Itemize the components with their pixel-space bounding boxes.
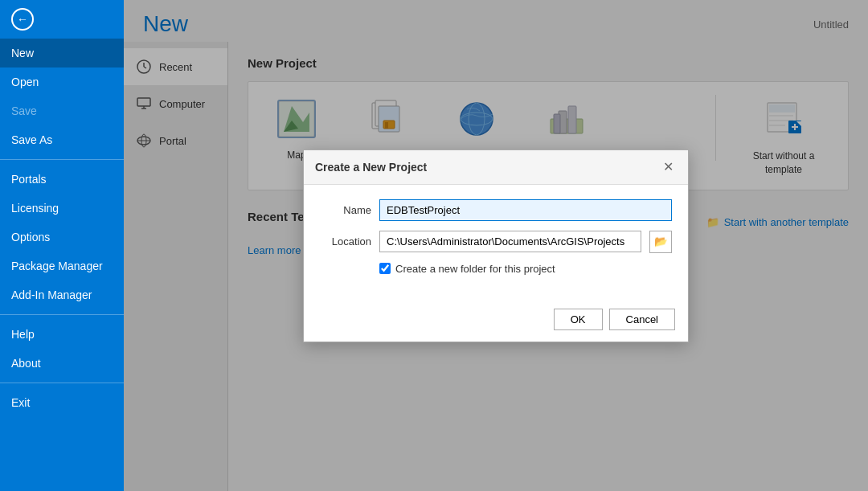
dialog-location-row: Location 📂 — [320, 231, 672, 253]
dialog-location-input[interactable] — [379, 231, 641, 252]
sidebar-item-licensing[interactable]: Licensing — [0, 194, 124, 223]
dialog-body: Name Location 📂 Create a new folder for … — [304, 185, 688, 302]
sidebar-item-add-in-manager[interactable]: Add-In Manager — [0, 280, 124, 309]
create-project-dialog: Create a New Project ✕ Name Location 📂 — [303, 149, 689, 342]
sidebar-item-package-manager[interactable]: Package Manager — [0, 252, 124, 280]
create-folder-checkbox[interactable] — [379, 263, 391, 274]
dialog-overlay: Create a New Project ✕ Name Location 📂 — [124, 0, 868, 491]
dialog-title: Create a New Project — [315, 161, 427, 174]
sidebar-item-about[interactable]: About — [0, 349, 124, 378]
main-content: New Untitled Recent — [124, 0, 868, 491]
sidebar-item-options[interactable]: Options — [0, 223, 124, 252]
dialog-close-button[interactable]: ✕ — [659, 158, 677, 176]
back-button[interactable]: ← — [0, 0, 124, 39]
sidebar-item-portals[interactable]: Portals — [0, 165, 124, 194]
sidebar-item-save-as[interactable]: Save As — [0, 125, 124, 154]
browse-folder-icon: 📂 — [654, 235, 668, 248]
sidebar-item-open[interactable]: Open — [0, 68, 124, 96]
dialog-checkbox-row: Create a new folder for this project — [379, 263, 672, 275]
dialog-browse-button[interactable]: 📂 — [649, 231, 672, 253]
sidebar: ← New Open Save Save As Portals Licensin… — [0, 0, 124, 491]
sidebar-item-help[interactable]: Help — [0, 320, 124, 349]
dialog-name-row: Name — [320, 199, 672, 221]
dialog-location-label: Location — [320, 235, 371, 248]
create-folder-label[interactable]: Create a new folder for this project — [395, 263, 555, 275]
back-icon: ← — [11, 8, 34, 31]
sidebar-item-new[interactable]: New — [0, 39, 124, 68]
dialog-cancel-button[interactable]: Cancel — [609, 309, 675, 330]
dialog-ok-button[interactable]: OK — [554, 309, 603, 330]
dialog-name-input[interactable] — [379, 199, 672, 221]
dialog-title-bar: Create a New Project ✕ — [304, 150, 688, 185]
sidebar-item-exit[interactable]: Exit — [0, 388, 124, 417]
dialog-name-label: Name — [320, 204, 371, 216]
dialog-footer: OK Cancel — [304, 302, 688, 342]
sidebar-item-save: Save — [0, 96, 124, 125]
